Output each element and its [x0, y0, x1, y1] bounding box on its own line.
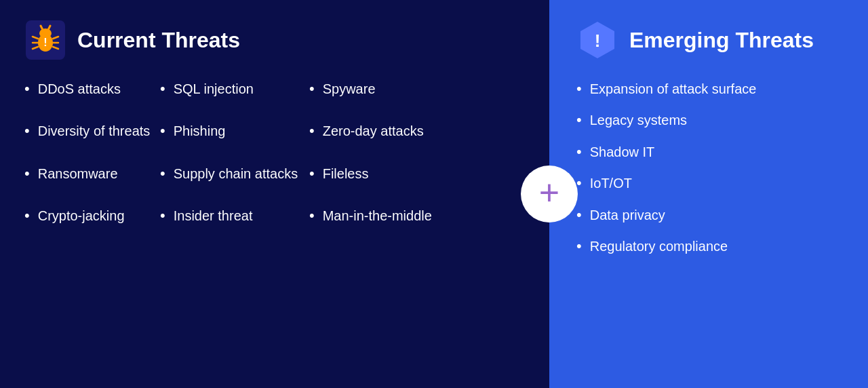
- emerging-item: IoT/OT: [576, 174, 841, 192]
- emerging-item: Expansion of attack surface: [576, 80, 841, 98]
- emerging-item: Data privacy: [576, 206, 841, 224]
- right-panel-title: Emerging Threats: [629, 28, 814, 53]
- threat-item: SQL injection: [160, 80, 309, 98]
- left-panel-title: Current Threats: [77, 28, 240, 53]
- threat-item: Supply chain attacks: [160, 165, 309, 182]
- emerging-item: Shadow IT: [576, 143, 841, 161]
- threats-grid: DDoS attacks Diversity of threats Ransom…: [24, 80, 525, 250]
- column1-list: DDoS attacks Diversity of threats Ransom…: [24, 80, 160, 250]
- threat-item: DDoS attacks: [24, 80, 160, 98]
- bug-icon: !: [24, 19, 66, 61]
- threat-item: Zero-day attacks: [309, 122, 445, 140]
- right-panel: ! Emerging Threats Expansion of attack s…: [549, 0, 868, 388]
- emerging-list: Expansion of attack surface Legacy syste…: [576, 80, 841, 255]
- threat-item: Man-in-the-middle: [309, 207, 445, 225]
- plus-divider: +: [521, 166, 578, 222]
- hex-icon: !: [576, 19, 618, 61]
- left-header: ! Current Threats: [24, 19, 525, 61]
- threat-item: Spyware: [309, 80, 445, 98]
- threat-item: Insider threat: [160, 207, 309, 225]
- column2-list: SQL injection Phishing Supply chain atta…: [160, 80, 309, 250]
- svg-text:!: !: [43, 37, 47, 48]
- threat-item: Fileless: [309, 165, 445, 182]
- threat-item: Phishing: [160, 122, 309, 140]
- right-header: ! Emerging Threats: [576, 19, 841, 61]
- left-panel: ! Current Threats DDoS attacks Diversity…: [0, 0, 549, 388]
- threat-item: Ransomware: [24, 165, 160, 182]
- threat-item: Diversity of threats: [24, 122, 160, 140]
- emerging-item: Legacy systems: [576, 111, 841, 129]
- threat-item: Crypto-jacking: [24, 207, 160, 225]
- column3-list: Spyware Zero-day attacks Fileless Man-in…: [309, 80, 445, 250]
- plus-icon: +: [539, 175, 559, 210]
- svg-text:!: !: [595, 31, 601, 51]
- emerging-item: Regulatory compliance: [576, 237, 841, 255]
